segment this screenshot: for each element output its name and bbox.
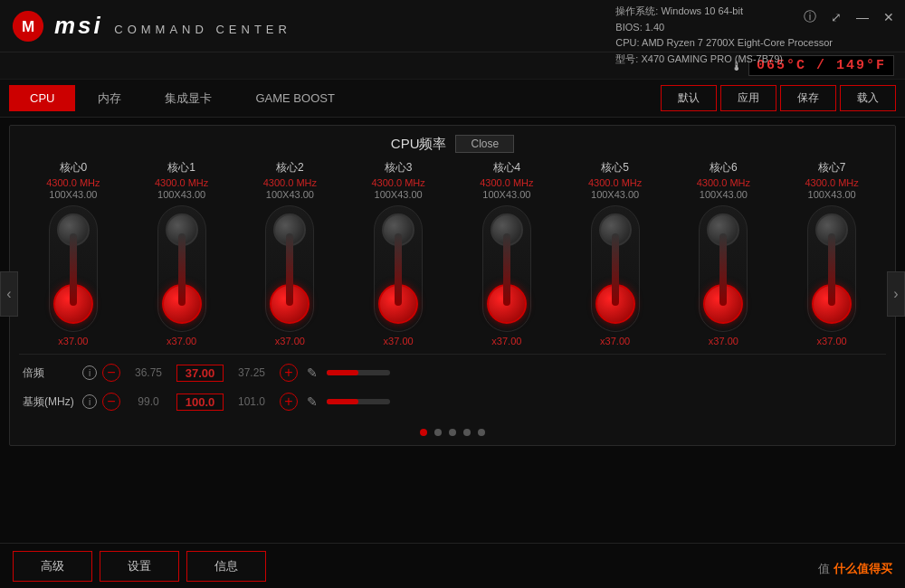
expand-button[interactable]: ⤢ xyxy=(827,8,845,26)
main-content: CPU频率 Close 核心0 4300.0 MHz 100X43.00 x37… xyxy=(9,125,896,446)
advanced-button[interactable]: 高级 xyxy=(13,551,92,582)
app-title: msi COMMAND CENTER xyxy=(54,12,291,40)
tab-actions: 默认 应用 保存 载入 xyxy=(661,85,896,111)
core-4-slider[interactable] xyxy=(482,205,531,332)
bottom-controls: 倍频 i − 36.75 37.00 37.25 + ✎ 基频(MHz) i −… xyxy=(19,354,886,423)
core-1-track xyxy=(178,233,186,306)
watermark: 值 什么值得买 xyxy=(818,561,892,577)
section-title: CPU频率 Close xyxy=(19,135,886,153)
core-7-track xyxy=(828,233,835,306)
close-button[interactable]: ✕ xyxy=(880,8,898,26)
core-5: 核心5 4300.0 MHz 100X43.00 x37.00 xyxy=(570,160,661,346)
core-5-ratio: 100X43.00 xyxy=(591,189,639,200)
core-3-xval: x37.00 xyxy=(384,336,414,346)
multiplier-row: 倍频 i − 36.75 37.00 37.25 + ✎ xyxy=(23,360,882,385)
multiplier-val-left: 36.75 xyxy=(126,366,171,379)
page-dot-2[interactable] xyxy=(434,429,442,436)
page-dot-3[interactable] xyxy=(449,429,456,436)
core-3-ratio: 100X43.00 xyxy=(375,189,423,200)
base-freq-val-active[interactable]: 100.0 xyxy=(176,394,224,411)
close-section-button[interactable]: Close xyxy=(455,135,514,153)
core-6-xval: x37.00 xyxy=(709,336,738,346)
core-5-freq: 4300.0 MHz xyxy=(588,177,642,188)
settings-button[interactable]: 设置 xyxy=(100,551,179,582)
core-7-label: 核心7 xyxy=(818,160,846,175)
default-button[interactable]: 默认 xyxy=(661,85,717,111)
core-2-xval: x37.00 xyxy=(275,336,305,346)
save-button[interactable]: 保存 xyxy=(780,85,836,111)
base-freq-mini-slider[interactable] xyxy=(327,399,390,404)
cores-container: 核心0 4300.0 MHz 100X43.00 x37.00 核心1 4300… xyxy=(19,160,886,346)
minimize-button[interactable]: — xyxy=(853,8,872,26)
tab-memory[interactable]: 内存 xyxy=(77,84,142,113)
pagination xyxy=(19,429,886,436)
multiplier-info-icon[interactable]: i xyxy=(82,365,97,380)
core-4-xval: x37.00 xyxy=(491,336,521,346)
info-button-footer[interactable]: 信息 xyxy=(186,551,266,582)
page-dot-5[interactable] xyxy=(478,429,485,436)
base-freq-info-icon[interactable]: i xyxy=(82,394,97,409)
load-button[interactable]: 载入 xyxy=(840,85,896,111)
core-7: 核心7 4300.0 MHz 100X43.00 x37.00 xyxy=(786,160,877,346)
page-dot-4[interactable] xyxy=(463,429,471,436)
core-2-freq: 4300.0 MHz xyxy=(263,177,317,188)
window-controls: ⓘ ⤢ — ✕ xyxy=(800,7,898,27)
core-0: 核心0 4300.0 MHz 100X43.00 x37.00 xyxy=(28,160,119,346)
core-0-freq: 4300.0 MHz xyxy=(46,177,100,188)
core-6-ratio: 100X43.00 xyxy=(700,189,748,200)
core-6-slider[interactable] xyxy=(699,205,748,332)
core-5-track xyxy=(612,233,619,306)
brand-text: 什么值得买 xyxy=(834,562,892,575)
core-0-xval: x37.00 xyxy=(58,336,88,346)
apply-button[interactable]: 应用 xyxy=(720,85,776,111)
left-arrow[interactable]: ‹ xyxy=(0,271,18,317)
core-1-freq: 4300.0 MHz xyxy=(155,177,208,188)
core-4-freq: 4300.0 MHz xyxy=(480,177,533,188)
core-0-ratio: 100X43.00 xyxy=(49,189,97,200)
tab-bar: CPU 内存 集成显卡 GAME BOOST 默认 应用 保存 载入 xyxy=(0,80,905,118)
multiplier-val-active[interactable]: 37.00 xyxy=(176,365,224,382)
core-7-ratio: 100X43.00 xyxy=(808,189,856,200)
core-4-ratio: 100X43.00 xyxy=(482,189,530,200)
base-freq-edit-icon[interactable]: ✎ xyxy=(307,394,318,409)
tab-cpu[interactable]: CPU xyxy=(9,85,75,111)
core-1-slider[interactable] xyxy=(157,205,206,332)
core-3-track xyxy=(395,233,402,306)
core-1-ratio: 100X43.00 xyxy=(157,189,205,200)
logo-area: M msi COMMAND CENTER xyxy=(11,9,291,43)
core-1-xval: x37.00 xyxy=(167,336,196,346)
core-3-label: 核心3 xyxy=(385,160,413,175)
core-2: 核心2 4300.0 MHz 100X43.00 x37.00 xyxy=(244,160,335,346)
core-7-xval: x37.00 xyxy=(817,336,847,346)
right-arrow[interactable]: › xyxy=(887,271,905,317)
multiplier-minus-button[interactable]: − xyxy=(102,364,120,382)
header: M msi COMMAND CENTER 操作系统: Windows 10 64… xyxy=(0,0,905,52)
msi-dragon-icon: M xyxy=(11,9,45,43)
core-7-freq: 4300.0 MHz xyxy=(805,177,858,188)
core-2-label: 核心2 xyxy=(276,160,304,175)
core-3-slider[interactable] xyxy=(374,205,423,332)
svg-text:M: M xyxy=(22,17,34,34)
base-freq-row: 基频(MHz) i − 99.0 100.0 101.0 + ✎ xyxy=(23,389,882,414)
core-6-track xyxy=(719,233,727,306)
core-2-slider[interactable] xyxy=(265,205,314,332)
core-5-label: 核心5 xyxy=(601,160,629,175)
base-freq-plus-button[interactable]: + xyxy=(280,393,298,411)
core-3-freq: 4300.0 MHz xyxy=(371,177,424,188)
core-0-slider[interactable] xyxy=(49,205,98,332)
base-freq-mini-fill xyxy=(327,399,358,404)
page-dot-1[interactable] xyxy=(420,429,427,436)
core-5-slider[interactable] xyxy=(591,205,640,332)
core-5-xval: x37.00 xyxy=(600,336,630,346)
footer: 高级 设置 信息 值 什么值得买 xyxy=(0,543,905,588)
core-4-track xyxy=(503,233,510,306)
multiplier-mini-slider[interactable] xyxy=(327,370,390,375)
tab-gameboost[interactable]: GAME BOOST xyxy=(234,85,355,111)
core-7-slider[interactable] xyxy=(807,205,856,332)
tab-igpu[interactable]: 集成显卡 xyxy=(144,84,233,113)
info-button[interactable]: ⓘ xyxy=(800,7,820,27)
core-4: 核心4 4300.0 MHz 100X43.00 x37.00 xyxy=(462,160,552,346)
multiplier-edit-icon[interactable]: ✎ xyxy=(307,365,318,380)
multiplier-plus-button[interactable]: + xyxy=(280,364,298,382)
base-freq-minus-button[interactable]: − xyxy=(102,393,120,411)
